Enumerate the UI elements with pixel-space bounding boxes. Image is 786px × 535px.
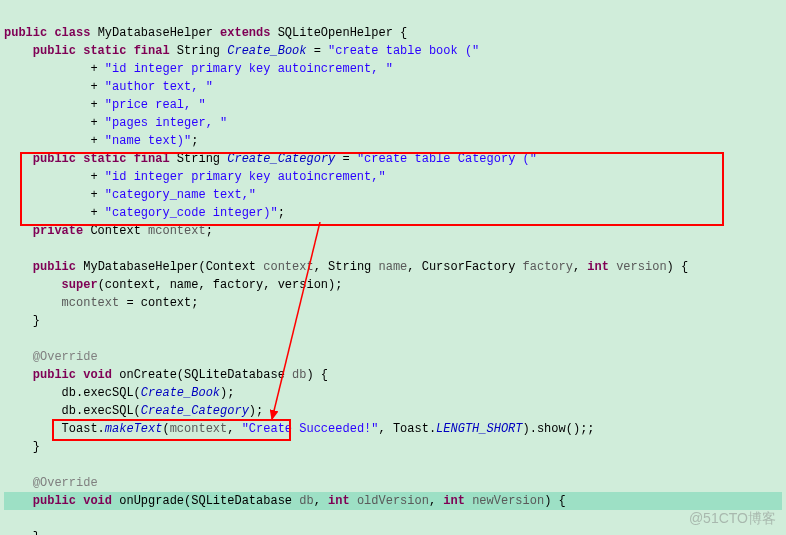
t: ) { (667, 260, 689, 274)
t: "create table book (" (328, 44, 479, 58)
t: + (90, 62, 104, 76)
t: String (177, 44, 227, 58)
t: (context, name, factory, version); (98, 278, 343, 292)
t: ; (191, 134, 198, 148)
t: int (328, 494, 357, 508)
t: "id integer primary key autoincrement, " (105, 62, 393, 76)
highlighted-line: public void onUpgrade(SQLiteDatabase db,… (4, 492, 782, 510)
t: "name text)" (105, 134, 191, 148)
annotation-box-2 (52, 419, 291, 441)
t: } (33, 530, 40, 535)
t: super (62, 278, 98, 292)
t: db.execSQL( (62, 404, 141, 418)
t: Context (90, 224, 148, 238)
t: } (33, 440, 40, 454)
t: private (33, 224, 91, 238)
t: Create_Book (141, 386, 220, 400)
t: "author text, " (105, 80, 213, 94)
t: , (314, 494, 328, 508)
t: db.execSQL( (62, 386, 141, 400)
t: = context; (119, 296, 198, 310)
t: } (33, 314, 40, 328)
t: "pages integer, " (105, 116, 227, 130)
t: "price real, " (105, 98, 206, 112)
t: mcontext (62, 296, 120, 310)
t: + (90, 116, 104, 130)
t: + (90, 98, 104, 112)
t: @Override (33, 476, 98, 490)
t: , (573, 260, 587, 274)
t: int (587, 260, 616, 274)
t: ); (220, 386, 234, 400)
t: , (429, 494, 443, 508)
t: SQLiteOpenHelper { (278, 26, 408, 40)
t: public void (33, 368, 119, 382)
t: ); (249, 404, 263, 418)
annotation-box-1 (20, 152, 724, 226)
t: public void (33, 494, 119, 508)
t: Create_Book (227, 44, 306, 58)
t: public class (4, 26, 98, 40)
t: @Override (33, 350, 98, 364)
t: int (443, 494, 472, 508)
t: version (616, 260, 666, 274)
t: = (306, 44, 328, 58)
t: name (379, 260, 408, 274)
t: public (33, 260, 83, 274)
t: Create_Category (141, 404, 249, 418)
t: onCreate(SQLiteDatabase (119, 368, 292, 382)
t: ).show();; (523, 422, 595, 436)
t: public static final (33, 44, 177, 58)
t: db (299, 494, 313, 508)
t: ; (206, 224, 213, 238)
t: , String (314, 260, 379, 274)
t: , CursorFactory (407, 260, 522, 274)
t: newVersion (472, 494, 544, 508)
t: oldVersion (357, 494, 429, 508)
t: ) { (544, 494, 566, 508)
t: + (90, 80, 104, 94)
t: factory (523, 260, 573, 274)
t: db (292, 368, 306, 382)
t: MyDatabaseHelper(Context (83, 260, 263, 274)
t: + (90, 134, 104, 148)
t: MyDatabaseHelper (98, 26, 220, 40)
t: , Toast. (378, 422, 436, 436)
watermark: @51CTO博客 (689, 509, 776, 527)
t: extends (220, 26, 278, 40)
t: LENGTH_SHORT (436, 422, 522, 436)
t: mcontext (148, 224, 206, 238)
t: context (263, 260, 313, 274)
t: onUpgrade(SQLiteDatabase (119, 494, 299, 508)
code-block: public class MyDatabaseHelper extends SQ… (0, 0, 786, 535)
t: ) { (306, 368, 328, 382)
